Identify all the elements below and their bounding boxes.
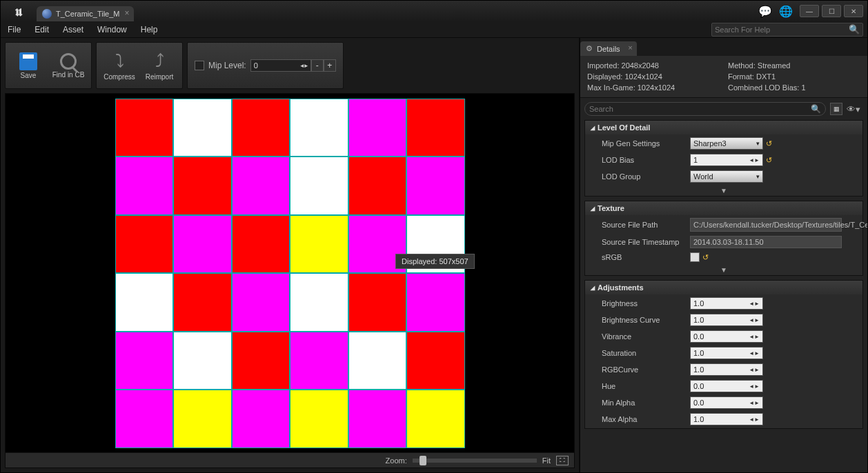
texture-viewport[interactable]: Displayed: 507x507 xyxy=(6,94,574,452)
adjustment-input[interactable]: 0.0◄► xyxy=(690,396,763,409)
adjustment-label: Brightness Curve xyxy=(602,316,684,324)
source-timestamp-field[interactable]: 2014.03.03-18.11.50 xyxy=(690,236,842,248)
close-button[interactable]: ✕ xyxy=(844,5,863,17)
source-timestamp-label: Source File Timestamp xyxy=(602,238,684,246)
adjustment-label: RGBCurve xyxy=(602,365,684,374)
help-search[interactable]: 🔍 xyxy=(711,23,863,37)
magnifier-icon xyxy=(60,53,77,70)
info-lod-bias: Combined LOD Bias: 1 xyxy=(728,83,860,92)
info-displayed: Displayed: 1024x1024 xyxy=(587,72,720,81)
srgb-label: sRGB xyxy=(602,253,684,261)
menu-edit[interactable]: Edit xyxy=(28,22,56,37)
mip-increment-button[interactable]: + xyxy=(324,59,336,72)
section-lod: Level Of Detail Mip Gen Settings Sharpen… xyxy=(584,120,863,197)
texture-info: Imported: 2048x2048 Method: Streamed Dis… xyxy=(580,56,867,98)
adjustment-input[interactable]: 0.0◄► xyxy=(690,380,763,392)
reset-icon[interactable]: ↺ xyxy=(766,139,772,148)
property-matrix-button[interactable]: ▦ xyxy=(830,103,842,115)
details-icon: ⚙ xyxy=(586,44,593,53)
chat-icon[interactable]: 💬 xyxy=(758,5,772,18)
adjustment-input[interactable]: 1.0◄► xyxy=(690,347,763,359)
zoom-label: Zoom: xyxy=(386,456,407,465)
reset-icon[interactable]: ↺ xyxy=(766,156,772,165)
search-icon: 🔍 xyxy=(849,24,860,34)
lod-bias-input[interactable]: 1◄► xyxy=(690,154,763,166)
search-icon: 🔍 xyxy=(811,104,821,114)
adjustment-label: Max Alpha xyxy=(602,415,684,423)
details-tab[interactable]: ⚙ Details xyxy=(580,41,637,56)
section-texture-header[interactable]: Texture xyxy=(585,201,862,215)
mip-gen-label: Mip Gen Settings xyxy=(602,139,684,148)
view-options-icon[interactable]: 👁▾ xyxy=(847,104,863,114)
mip-gen-combo[interactable]: Sharpen3 xyxy=(690,137,763,150)
section-adjustments-header[interactable]: Adjustments xyxy=(585,281,862,294)
source-control-icon[interactable]: 🌐 xyxy=(779,5,793,18)
tab-title: T_Ceramic_Tile_M xyxy=(56,10,120,18)
reimport-button[interactable]: ⤴ Reimport xyxy=(139,46,179,85)
mip-level-label: Mip Level: xyxy=(208,61,246,70)
source-path-field[interactable]: C:/Users/kendall.tucker/Desktop/Textures… xyxy=(690,218,842,232)
texture-icon xyxy=(42,9,52,19)
adjustment-label: Brightness xyxy=(602,299,684,308)
menu-file[interactable]: File xyxy=(1,22,28,37)
mip-level-input[interactable]: 0 ◄► xyxy=(250,59,311,72)
fit-button[interactable]: ⛶ xyxy=(556,456,569,465)
expand-advanced-button[interactable]: ▼ xyxy=(585,185,862,196)
menu-window[interactable]: Window xyxy=(90,22,134,37)
spinner-arrows-icon: ◄► xyxy=(299,63,308,69)
menu-asset[interactable]: Asset xyxy=(56,22,90,37)
compress-button[interactable]: ⤵ Compress xyxy=(99,46,139,85)
adjustment-label: Min Alpha xyxy=(602,399,684,407)
mip-decrement-button[interactable]: - xyxy=(311,59,324,72)
document-tab[interactable]: T_Ceramic_Tile_M xyxy=(37,6,134,21)
source-path-label: Source File Path xyxy=(602,221,684,229)
info-method: Method: Streamed xyxy=(728,61,860,70)
adjustment-label: Hue xyxy=(602,382,684,390)
info-max-ingame: Max In-Game: 1024x1024 xyxy=(587,83,720,92)
info-imported: Imported: 2048x2048 xyxy=(587,61,720,70)
zoom-slider[interactable] xyxy=(413,459,537,463)
lod-bias-label: LOD Bias xyxy=(602,156,684,164)
compress-icon: ⤵ xyxy=(115,50,124,72)
adjustment-input[interactable]: 1.0◄► xyxy=(690,297,763,310)
adjustment-input[interactable]: 1.0◄► xyxy=(690,363,763,376)
section-lod-header[interactable]: Level Of Detail xyxy=(585,121,862,134)
reimport-icon: ⤴ xyxy=(155,50,164,72)
section-texture: Texture Source File Path C:/Users/kendal… xyxy=(584,201,863,276)
app-logo: 𝖚 xyxy=(1,1,37,21)
menu-help[interactable]: Help xyxy=(134,22,165,37)
adjustment-input[interactable]: 1.0◄► xyxy=(690,314,763,326)
mip-level-checkbox[interactable] xyxy=(195,61,204,70)
adjustment-input[interactable]: 1.0◄► xyxy=(690,413,763,425)
fit-label: Fit xyxy=(542,456,551,465)
help-search-input[interactable] xyxy=(715,26,849,34)
maximize-button[interactable]: ☐ xyxy=(822,5,841,17)
lod-group-label: LOD Group xyxy=(602,172,684,181)
adjustment-label: Saturation xyxy=(602,349,684,357)
find-in-cb-button[interactable]: Find in CB xyxy=(48,46,88,85)
expand-advanced-button[interactable]: ▼ xyxy=(585,265,862,275)
section-adjustments: Adjustments Brightness1.0◄►Brightness Cu… xyxy=(584,280,863,429)
details-search[interactable]: 🔍 xyxy=(584,102,826,116)
minimize-button[interactable]: — xyxy=(800,5,819,17)
save-button[interactable]: Save xyxy=(8,46,48,85)
srgb-checkbox[interactable] xyxy=(690,252,700,262)
texture-preview xyxy=(115,99,465,448)
floppy-icon xyxy=(19,52,37,70)
reset-icon[interactable]: ↺ xyxy=(702,253,709,262)
details-search-input[interactable] xyxy=(589,105,811,113)
adjustment-input[interactable]: 0.0◄► xyxy=(690,330,763,343)
info-format: Format: DXT1 xyxy=(728,72,860,81)
adjustment-label: Vibrance xyxy=(602,332,684,341)
lod-group-combo[interactable]: World xyxy=(690,170,763,183)
